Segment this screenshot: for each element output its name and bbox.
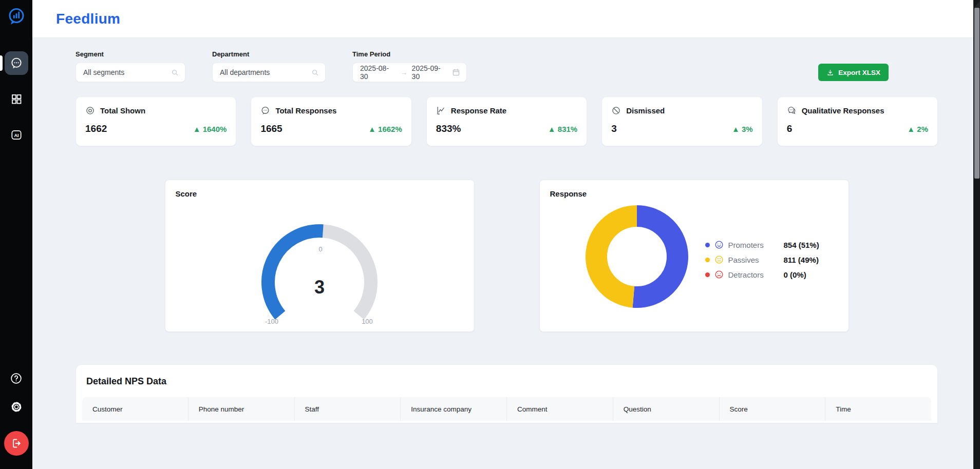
donut-chart[interactable]	[580, 200, 693, 313]
stat-value: 6	[787, 123, 793, 134]
column-header-question[interactable]: Question	[613, 397, 719, 421]
stat-trend: ▲ 831%	[548, 125, 577, 133]
gauge-value-text: 3	[314, 277, 325, 298]
scrollbar-top-cap	[973, 0, 980, 7]
range-arrow-icon: →	[401, 69, 408, 76]
column-header-customer[interactable]: Customer	[82, 397, 188, 421]
download-icon	[826, 69, 834, 76]
charts-row: Score 0 3 -100 100 Response	[76, 180, 938, 332]
date-range-picker[interactable]: 2025-08-30 → 2025-09-30	[352, 63, 467, 82]
stat-card-total-responses[interactable]: Total Responses 1665 ▲ 1662%	[251, 96, 411, 146]
chats-icon	[787, 106, 797, 115]
stat-trend: ▲ 1662%	[368, 125, 402, 133]
happy-face-icon	[714, 240, 724, 249]
column-header-time[interactable]: Time	[825, 397, 931, 421]
gauge-min-label: -100	[265, 318, 278, 325]
gauge-value-arc	[268, 231, 323, 315]
export-area: Export XLSX	[818, 64, 889, 82]
column-header-insurance-company[interactable]: Insurance company	[400, 397, 506, 421]
stat-card-response-rate[interactable]: Response Rate 833% ▲ 831%	[426, 96, 587, 146]
stat-value: 1665	[260, 123, 282, 134]
segment-select[interactable]: All segments	[76, 63, 185, 82]
sidebar-bottom	[4, 369, 29, 469]
legend-row-passives[interactable]: Passives 811 (49%)	[705, 255, 819, 265]
legend-dot	[705, 272, 710, 277]
help-button[interactable]	[8, 369, 25, 387]
stat-value: 1662	[85, 123, 107, 134]
stat-card-dismissed[interactable]: Dismissed 3 ▲ 3%	[601, 96, 762, 146]
stat-title: Total Responses	[275, 106, 336, 115]
start-date-value: 2025-08-30	[360, 64, 397, 81]
time-period-filter: Time Period 2025-08-30 → 2025-09-30	[352, 50, 467, 82]
column-header-comment[interactable]: Comment	[506, 397, 613, 421]
time-period-label: Time Period	[352, 50, 467, 58]
legend-dot	[705, 243, 710, 247]
search-icon	[171, 69, 179, 76]
calendar-icon	[452, 68, 460, 76]
legend-row-detractors[interactable]: Detractors 0 (0%)	[705, 269, 819, 280]
legend-dot	[705, 258, 710, 262]
sidebar: AI	[0, 0, 32, 469]
gauge-track-arc	[323, 231, 371, 315]
stat-title: Dismissed	[626, 106, 665, 115]
legend-label: Promoters	[728, 241, 784, 249]
block-icon	[611, 106, 621, 115]
page-scrollbar[interactable]	[973, 0, 980, 469]
column-header-phone-number[interactable]: Phone number	[188, 397, 294, 421]
stat-card-qualitative-responses[interactable]: Qualitative Responses 6 ▲ 2%	[777, 96, 938, 146]
target-icon	[85, 106, 95, 115]
table-header-row: Customer Phone number Staff Insurance co…	[82, 397, 931, 421]
chat-dots-icon	[10, 56, 23, 70]
legend-value: 854 (51%)	[784, 241, 819, 249]
department-select[interactable]: All departments	[212, 63, 326, 82]
detailed-nps-table: Detailed NPS Data Customer Phone number …	[76, 364, 938, 423]
search-icon	[311, 69, 319, 76]
gauge-mid-label: 0	[318, 245, 322, 253]
stat-card-total-shown[interactable]: Total Shown 1662 ▲ 1640%	[76, 96, 236, 146]
stat-title: Total Shown	[100, 106, 145, 115]
gauge-max-label: 100	[362, 318, 373, 325]
sidebar-nav: AI	[0, 51, 32, 147]
score-gauge-card: Score 0 3 -100 100	[165, 180, 475, 332]
department-label: Department	[212, 50, 326, 58]
legend-value: 0 (0%)	[784, 270, 806, 279]
scrollbar-thumb[interactable]	[974, 8, 979, 179]
column-header-staff[interactable]: Staff	[294, 397, 401, 421]
end-date-value: 2025-09-30	[412, 64, 448, 81]
logout-icon	[10, 437, 23, 450]
stat-title: Response Rate	[451, 106, 506, 115]
legend-value: 811 (49%)	[784, 256, 819, 264]
stat-trend: ▲ 2%	[907, 125, 928, 133]
legend-label: Detractors	[728, 270, 784, 279]
donut-legend: Promoters 854 (51%) Passives	[705, 240, 819, 280]
legend-row-promoters[interactable]: Promoters 854 (51%)	[705, 240, 819, 250]
app-title: Feedlium	[56, 11, 120, 27]
sidebar-item-ai[interactable]: AI	[5, 123, 28, 147]
sidebar-item-feedback[interactable]	[5, 51, 28, 75]
segment-label: Segment	[76, 50, 185, 58]
export-label: Export XLSX	[838, 69, 880, 76]
sad-face-icon	[714, 270, 724, 279]
question-icon	[10, 372, 23, 385]
chart-title: Response	[550, 189, 838, 198]
gauge-chart[interactable]: 0 3 -100 100	[212, 199, 427, 328]
app-window: AI	[0, 0, 980, 469]
filters-bar: Segment All segments Department All depa…	[76, 50, 938, 82]
active-indicator	[0, 55, 3, 71]
logout-button[interactable]	[4, 431, 29, 456]
stat-trend: ▲ 3%	[732, 125, 753, 133]
main-content: Segment All segments Department All depa…	[32, 38, 980, 469]
top-header: Feedlium	[32, 0, 980, 38]
app-logo-icon[interactable]	[6, 6, 27, 27]
segment-filter: Segment All segments	[76, 50, 185, 82]
ai-icon: AI	[10, 128, 23, 142]
stat-title: Qualitative Responses	[802, 106, 884, 115]
export-xlsx-button[interactable]: Export XLSX	[818, 64, 889, 81]
ai-label: AI	[14, 133, 18, 138]
settings-button[interactable]	[8, 398, 25, 416]
response-donut-card: Response	[539, 180, 849, 332]
sidebar-item-dashboard[interactable]	[5, 87, 28, 111]
column-header-score[interactable]: Score	[719, 397, 825, 421]
stat-value: 3	[611, 123, 617, 134]
stat-value: 833%	[436, 123, 461, 134]
